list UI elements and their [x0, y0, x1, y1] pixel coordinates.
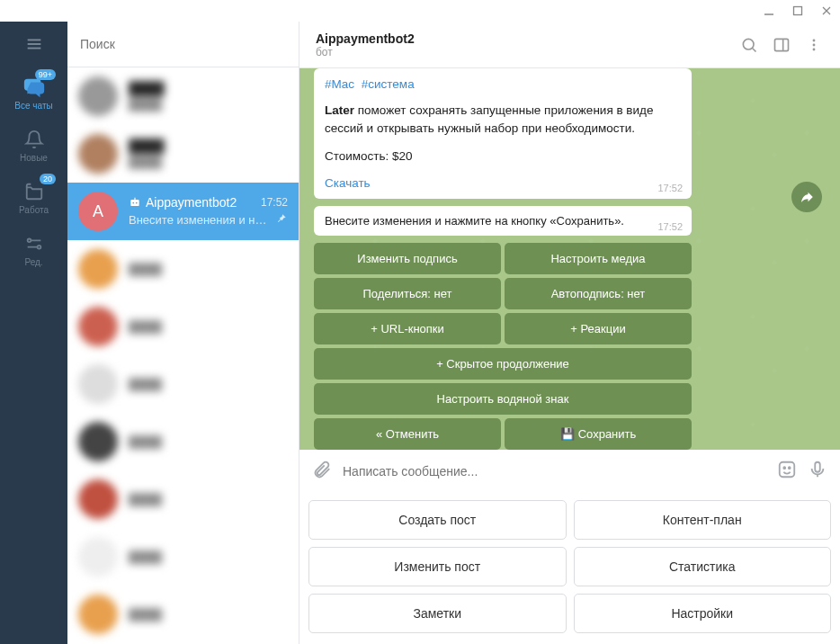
chat-list-item[interactable]: ████	[67, 528, 299, 586]
download-link[interactable]: Скачать	[325, 176, 371, 190]
attach-icon[interactable]	[312, 460, 332, 483]
kb-url-buttons-button[interactable]: + URL-кнопки	[314, 313, 501, 344]
chat-time: 17:52	[261, 196, 288, 209]
svg-point-18	[813, 43, 816, 46]
statistics-button[interactable]: Статистика	[574, 547, 832, 586]
more-icon[interactable]	[804, 35, 824, 55]
window-titlebar	[0, 0, 840, 22]
kb-save-button[interactable]: 💾Сохранить	[505, 418, 692, 450]
kb-watermark-button[interactable]: Настроить водяной знак	[314, 383, 692, 415]
rail-tab-edit[interactable]: Ред.	[0, 223, 67, 275]
window-close-button[interactable]	[820, 4, 833, 17]
rail-tab-label: Работа	[19, 205, 49, 215]
chat-list-item-active[interactable]: A Aippaymentbot2 17:52 Внесите изменения…	[67, 183, 299, 240]
bot-icon	[129, 196, 141, 209]
emoji-icon[interactable]	[777, 460, 797, 483]
message-tags: #Mac #система	[325, 77, 681, 91]
chat-title: Aippaymentbot2	[316, 31, 727, 46]
chat-list-item[interactable]: ████	[67, 413, 299, 470]
sidebar-toggle-icon[interactable]	[772, 35, 791, 55]
forward-button[interactable]	[791, 182, 822, 212]
svg-point-13	[743, 39, 754, 49]
window-maximize-button[interactable]	[791, 4, 804, 17]
svg-point-11	[136, 201, 138, 203]
chat-list-item[interactable]: ████	[67, 470, 299, 528]
chat-list-item[interactable]: ████	[67, 240, 299, 298]
reply-keyboard: Создать пост Контент-план Изменить пост …	[299, 493, 840, 644]
message-time: 17:52	[657, 221, 683, 232]
svg-rect-9	[130, 200, 139, 206]
svg-rect-1	[794, 7, 802, 15]
search-input[interactable]	[80, 37, 286, 51]
window-minimize-button[interactable]	[763, 4, 775, 17]
message-time: 17:52	[657, 183, 683, 193]
chat-list-item[interactable]: ████████	[67, 125, 299, 183]
badge-count: 99+	[35, 69, 56, 80]
create-post-button[interactable]: Создать пост	[308, 500, 567, 540]
prompt-text: Внесите изменения и нажмите на кнопку «С…	[325, 214, 624, 228]
notes-button[interactable]: Заметки	[308, 594, 567, 633]
kb-autosign-button[interactable]: Автоподпись: нет	[505, 278, 692, 309]
svg-point-22	[789, 467, 791, 469]
mic-icon[interactable]	[808, 460, 827, 483]
hashtag-link[interactable]: #система	[362, 77, 415, 91]
rail-tab-label: Новые	[20, 153, 48, 163]
kb-share-button[interactable]: Поделиться: нет	[314, 278, 501, 309]
bell-icon	[22, 128, 46, 151]
chat-list: ████████ ████████ A Aippaymentbot2 17:52…	[67, 22, 299, 644]
svg-point-7	[27, 238, 31, 242]
edit-icon	[22, 232, 46, 255]
svg-rect-15	[775, 39, 789, 50]
svg-point-21	[783, 467, 785, 469]
badge-count: 20	[40, 174, 56, 184]
message-bubble: Внесите изменения и нажмите на кнопку «С…	[314, 206, 692, 236]
search-icon[interactable]	[739, 35, 759, 55]
svg-point-10	[132, 201, 134, 203]
settings-button[interactable]: Настройки	[574, 594, 832, 633]
chat-preview: Внесите изменения и н…	[129, 213, 272, 227]
message-bubble: #Mac #система Later поможет сохранять за…	[314, 68, 692, 199]
inline-keyboard: Изменить подпись Настроить медиа Поделит…	[314, 243, 692, 450]
message-text: Стоимость: $20	[325, 148, 681, 165]
search-bar	[67, 22, 299, 67]
hashtag-link[interactable]: #Mac	[325, 77, 354, 91]
content-plan-button[interactable]: Контент-план	[574, 500, 832, 540]
kb-hidden-continuation-button[interactable]: + Скрытое продолжение	[314, 348, 692, 380]
edit-post-button[interactable]: Изменить пост	[308, 547, 567, 586]
kb-cancel-button[interactable]: « Отменить	[314, 418, 501, 450]
rail-tab-new[interactable]: Новые	[0, 119, 67, 171]
message-input[interactable]	[343, 464, 766, 479]
chat-list-item[interactable]: ████	[67, 298, 299, 355]
svg-line-14	[753, 48, 756, 51]
rail-tab-label: Ред.	[24, 257, 42, 267]
kb-reactions-button[interactable]: + Реакции	[505, 313, 692, 344]
rail-tab-work[interactable]: 20 Работа	[0, 171, 67, 223]
chat-header: Aippaymentbot2 бот	[299, 22, 840, 68]
chat-list-item[interactable]: ████	[67, 355, 299, 413]
pin-icon	[275, 212, 288, 228]
chat-list-item[interactable]: ████	[67, 586, 299, 643]
chat-name: Aippaymentbot2	[129, 195, 237, 210]
svg-point-8	[37, 245, 40, 248]
rail-tab-all-chats[interactable]: 99+ Все чаты	[0, 67, 67, 119]
message-input-row	[299, 450, 840, 493]
svg-rect-23	[815, 462, 820, 472]
message-text: Later поможет сохранять запущенные прило…	[325, 102, 681, 137]
side-rail: 99+ Все чаты Новые 20 Работа Ред.	[0, 22, 67, 644]
kb-edit-caption-button[interactable]: Изменить подпись	[314, 243, 501, 274]
message-area: #Mac #система Later поможет сохранять за…	[299, 68, 840, 450]
menu-button[interactable]	[0, 22, 67, 67]
svg-point-19	[813, 48, 816, 50]
rail-tab-label: Все чаты	[14, 101, 52, 111]
floppy-icon: 💾	[560, 427, 575, 441]
chat-list-item[interactable]: ████████	[67, 67, 299, 125]
avatar: A	[78, 192, 118, 231]
svg-point-17	[813, 39, 816, 41]
kb-setup-media-button[interactable]: Настроить медиа	[505, 243, 692, 274]
svg-rect-20	[780, 462, 795, 478]
chat-panel: Aippaymentbot2 бот #Mac #система Later п…	[299, 22, 840, 644]
chat-subtitle: бот	[316, 46, 727, 58]
